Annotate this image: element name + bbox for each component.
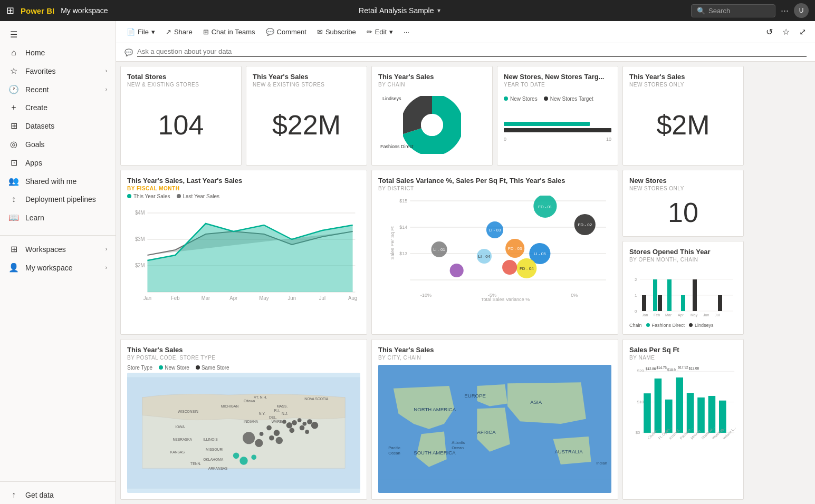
datasets-icon: ⊞ — [8, 121, 19, 131]
card-title: Total Sales Variance %, Sales Per Sq Ft,… — [378, 177, 611, 185]
svg-point-75 — [307, 419, 312, 424]
kpi-value: 104 — [127, 92, 235, 159]
svg-text:Apr: Apr — [229, 295, 238, 301]
bubble-chart-card[interactable]: Total Sales Variance %, Sales Per Sq Ft,… — [371, 170, 618, 335]
this-year-sales2-card[interactable]: This Year's Sales NEW STORES ONLY $2M — [622, 66, 744, 166]
dashboard: Total Stores NEW & EXISTING STORES 104 T… — [116, 62, 815, 504]
svg-text:R.I.: R.I. — [274, 409, 280, 412]
card-title: This Year's Sales — [629, 73, 737, 81]
bookmark-button[interactable]: ☆ — [780, 24, 792, 40]
svg-rect-61 — [693, 279, 697, 311]
sidebar-item-recent[interactable]: 🕐 Recent › — [0, 80, 116, 99]
sidebar-item-favorites[interactable]: ☆ Favorites › — [0, 62, 116, 80]
sidebar-item-datasets[interactable]: ⊞ Datasets — [0, 117, 116, 135]
sidebar-item-get-data[interactable]: ↑ Get data — [0, 486, 116, 504]
total-stores-card[interactable]: Total Stores NEW & EXISTING STORES 104 — [120, 66, 242, 166]
workspaces-icon: ⊞ — [8, 244, 19, 254]
svg-text:FD - 03: FD - 03 — [508, 246, 522, 251]
svg-text:TENN.: TENN. — [190, 461, 201, 465]
this-year-sales-card[interactable]: This Year's Sales NEW & EXISTING STORES … — [246, 66, 367, 166]
chevron-down-icon: ▾ — [389, 28, 393, 36]
comment-button[interactable]: 💬 Comment — [262, 25, 311, 38]
svg-text:ASIA: ASIA — [530, 399, 542, 404]
sidebar-item-home[interactable]: ⌂ Home — [0, 44, 116, 62]
svg-text:$0: $0 — [636, 430, 640, 435]
search-placeholder: Search — [708, 7, 730, 15]
more-options-btn[interactable]: ··· — [781, 5, 789, 16]
kpi-value: $22M — [253, 92, 360, 159]
more-options-button[interactable]: ··· — [399, 25, 414, 38]
sidebar-item-label: Deployment pipelines — [25, 195, 107, 203]
svg-point-79 — [289, 428, 294, 433]
sidebar-item-shared[interactable]: 👥 Shared with me — [0, 172, 116, 190]
sidebar-item-workspaces[interactable]: ⊞ Workspaces › — [0, 240, 116, 258]
svg-text:WISCONSIN: WISCONSIN — [178, 409, 198, 413]
chain-card[interactable]: This Year's Sales BY CHAIN Lindseys Fash… — [371, 66, 493, 166]
svg-text:$10.9...: $10.9... — [667, 368, 678, 372]
refresh-button[interactable]: ↺ — [763, 24, 775, 40]
svg-text:Mar: Mar — [665, 313, 672, 317]
sidebar-hamburger[interactable]: ☰ — [0, 25, 116, 44]
sidebar-item-label: Apps — [25, 159, 107, 167]
svg-point-85 — [243, 432, 255, 444]
new-stores-target-card[interactable]: New Stores, New Stores Targ... YEAR TO D… — [497, 66, 618, 166]
svg-text:NOVA SCOTIA: NOVA SCOTIA — [304, 396, 329, 400]
new-stores-card[interactable]: New Stores NEW STORES ONLY 10 — [622, 170, 744, 237]
plus-icon: + — [8, 103, 19, 112]
svg-text:LI - 03: LI - 03 — [489, 228, 501, 232]
svg-text:$20: $20 — [637, 369, 645, 373]
sidebar-item-create[interactable]: + Create — [0, 99, 116, 117]
waffle-icon[interactable]: ⊞ — [6, 5, 14, 16]
sidebar-item-my-workspace[interactable]: 👤 My workspace › — [0, 258, 116, 277]
fullscreen-button[interactable]: ⤢ — [797, 24, 809, 40]
avatar[interactable]: U — [794, 3, 809, 18]
svg-point-84 — [269, 435, 274, 441]
edit-button[interactable]: ✏ Edit ▾ — [362, 25, 397, 38]
legend-item: New Stores — [504, 96, 538, 102]
card-subtitle: BY NAME — [629, 355, 737, 361]
content-area: 📄 File ▾ ↗ Share ⊞ Chat in Teams 💬 Comme… — [116, 21, 815, 504]
sidebar-item-label: Shared with me — [25, 177, 107, 186]
svg-text:WARE: WARE — [272, 420, 282, 423]
file-button[interactable]: 📄 File ▾ — [122, 25, 159, 38]
goals-icon: ◎ — [8, 139, 19, 149]
comment-icon: 💬 — [266, 28, 274, 36]
svg-text:Ottawa: Ottawa — [244, 399, 255, 403]
svg-point-80 — [305, 430, 309, 434]
svg-text:AFRICA: AFRICA — [477, 429, 496, 435]
svg-text:Sales Per Sq Ft: Sales Per Sq Ft — [390, 226, 395, 259]
svg-text:$4M: $4M — [135, 210, 145, 216]
kpi-value: 10 — [629, 196, 737, 230]
svg-point-77 — [282, 420, 286, 424]
workspace-label[interactable]: My workspace — [61, 6, 108, 15]
search-box[interactable]: 🔍 Search — [691, 4, 775, 17]
chevron-right-icon: › — [106, 86, 107, 92]
world-map-card[interactable]: This Year's Sales BY CITY, CHAIN — [371, 339, 618, 500]
stores-opened-card[interactable]: Stores Opened This Year BY OPEN MONTH, C… — [622, 241, 744, 335]
chat-button[interactable]: ⊞ Chat in Teams — [199, 25, 260, 38]
ask-input[interactable] — [137, 47, 807, 55]
sidebar-item-goals[interactable]: ◎ Goals — [0, 135, 116, 153]
axis-label: 10 — [606, 137, 611, 142]
svg-text:$17.92: $17.92 — [678, 365, 688, 369]
sidebar-item-label: My workspace — [25, 264, 99, 272]
card-subtitle: NEW STORES ONLY — [629, 82, 737, 88]
chevron-down-icon[interactable]: ▾ — [437, 7, 440, 14]
sidebar-item-deployment[interactable]: ↕ Deployment pipelines — [0, 190, 116, 208]
sidebar-item-label: Datasets — [25, 122, 107, 130]
line-chart-card[interactable]: This Year's Sales, Last Year's Sales BY … — [120, 170, 367, 335]
svg-text:Feb: Feb — [654, 313, 660, 317]
sidebar-item-apps[interactable]: ⊡ Apps — [0, 153, 116, 172]
share-button[interactable]: ↗ Share — [161, 25, 197, 38]
svg-text:$14.75: $14.75 — [656, 365, 667, 369]
svg-rect-134 — [644, 393, 651, 433]
subscribe-button[interactable]: ✉ Subscribe — [313, 25, 360, 38]
legend-item: Same Store — [196, 365, 229, 371]
card-subtitle: BY DISTRICT — [378, 186, 611, 191]
sales-sqft-card[interactable]: Sales Per Sq Ft BY NAME $20 $10 $0 $12.8… — [622, 339, 744, 500]
sidebar-item-learn[interactable]: 📖 Learn — [0, 208, 116, 227]
toolbar: 📄 File ▾ ↗ Share ⊞ Chat in Teams 💬 Comme… — [116, 21, 815, 43]
share-icon: ↗ — [166, 28, 171, 36]
svg-rect-57 — [653, 279, 657, 311]
postal-map-card[interactable]: This Year's Sales BY POSTAL CODE, STORE … — [120, 339, 367, 500]
